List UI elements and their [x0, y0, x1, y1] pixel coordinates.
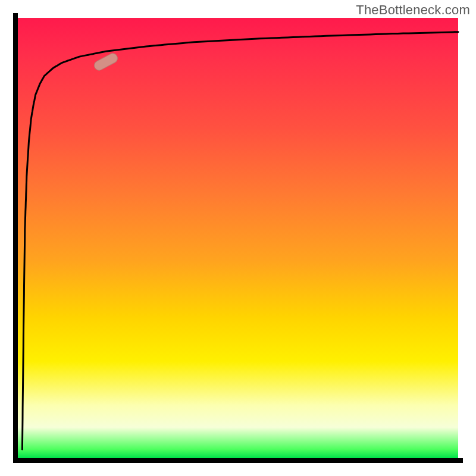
attribution-text: TheBottleneck.com	[356, 2, 470, 18]
chart-container: TheBottleneck.com	[0, 0, 476, 476]
x-axis	[13, 458, 463, 463]
plot-area	[18, 18, 458, 458]
y-axis	[13, 13, 18, 463]
